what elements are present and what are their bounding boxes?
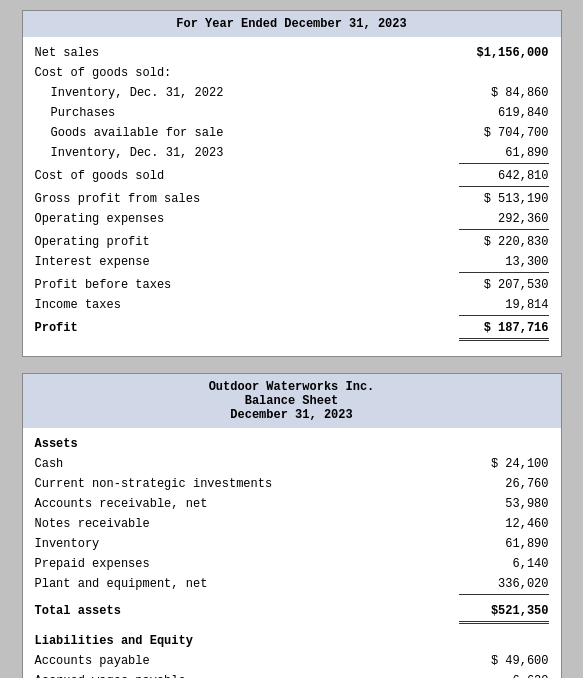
accounts-payable-label: Accounts payable — [35, 652, 459, 670]
net-sales-label: Net sales — [35, 44, 459, 62]
goods-available-row: Goods available for sale $ 704,700 — [35, 123, 549, 143]
inventory-2022-value: $ 84,860 — [459, 84, 549, 102]
plant-equipment-row: Plant and equipment, net 336,020 — [35, 574, 549, 597]
interest-expense-value: 13,300 — [459, 253, 549, 273]
inventory-2022-label: Inventory, Dec. 31, 2022 — [51, 84, 459, 102]
inventory-bs-label: Inventory — [35, 535, 459, 553]
notes-receivable-row: Notes receivable 12,460 — [35, 514, 549, 534]
accounts-receivable-label: Accounts receivable, net — [35, 495, 459, 513]
investments-row: Current non-strategic investments 26,760 — [35, 474, 549, 494]
operating-profit-row: Operating profit $ 220,830 — [35, 232, 549, 252]
income-statement-header: For Year Ended December 31, 2023 — [23, 11, 561, 37]
investments-value: 26,760 — [459, 475, 549, 493]
notes-receivable-label: Notes receivable — [35, 515, 459, 533]
profit-before-taxes-value: $ 207,530 — [459, 276, 549, 294]
net-sales-value: $1,156,000 — [459, 44, 549, 62]
notes-receivable-value: 12,460 — [459, 515, 549, 533]
assets-section-header: Assets — [35, 434, 549, 454]
gross-profit-label: Gross profit from sales — [35, 190, 459, 208]
gross-profit-value: $ 513,190 — [459, 190, 549, 208]
plant-equipment-label: Plant and equipment, net — [35, 575, 459, 596]
accounts-receivable-value: 53,980 — [459, 495, 549, 513]
operating-expenses-row: Operating expenses 292,360 — [35, 209, 549, 232]
purchases-row: Purchases 619,840 — [35, 103, 549, 123]
profit-value: $ 187,716 — [459, 319, 549, 341]
cogs-label: Cost of goods sold — [35, 167, 459, 188]
profit-row: Profit $ 187,716 — [35, 318, 549, 344]
inventory-dec31-2023-row: Inventory, Dec. 31, 2023 61,890 — [35, 143, 549, 166]
gross-profit-row: Gross profit from sales $ 513,190 — [35, 189, 549, 209]
prepaid-expenses-value: 6,140 — [459, 555, 549, 573]
total-assets-row: Total assets $521,350 — [35, 601, 549, 627]
liabilities-section-header: Liabilities and Equity — [35, 631, 549, 651]
operating-expenses-value: 292,360 — [459, 210, 549, 230]
cogs-row: Cost of goods sold 642,810 — [35, 166, 549, 189]
goods-available-label: Goods available for sale — [51, 124, 459, 142]
accounts-payable-row: Accounts payable $ 49,600 — [35, 651, 549, 671]
purchases-label: Purchases — [51, 104, 459, 122]
prepaid-expenses-row: Prepaid expenses 6,140 — [35, 554, 549, 574]
total-assets-value: $521,350 — [459, 602, 549, 624]
plant-equipment-value: 336,020 — [459, 575, 549, 595]
total-assets-label: Total assets — [35, 602, 459, 626]
profit-label: Profit — [35, 319, 459, 343]
income-statement-card: For Year Ended December 31, 2023 Net sal… — [22, 10, 562, 357]
cogs-value: 642,810 — [459, 167, 549, 187]
operating-profit-label: Operating profit — [35, 233, 459, 251]
assets-label: Assets — [35, 435, 459, 453]
accrued-wages-row: Accrued wages payable 6,620 — [35, 671, 549, 678]
accrued-wages-value: 6,620 — [459, 672, 549, 678]
balance-sheet-title1: Outdoor Waterworks Inc. — [35, 380, 549, 394]
inventory-2023-value: 61,890 — [459, 144, 549, 164]
inventory-bs-value: 61,890 — [459, 535, 549, 553]
accounts-receivable-row: Accounts receivable, net 53,980 — [35, 494, 549, 514]
investments-label: Current non-strategic investments — [35, 475, 459, 493]
income-taxes-value: 19,814 — [459, 296, 549, 316]
income-taxes-row: Income taxes 19,814 — [35, 295, 549, 318]
accounts-payable-value: $ 49,600 — [459, 652, 549, 670]
profit-before-taxes-label: Profit before taxes — [35, 276, 459, 294]
cash-value: $ 24,100 — [459, 455, 549, 473]
profit-before-taxes-row: Profit before taxes $ 207,530 — [35, 275, 549, 295]
income-statement-title: For Year Ended December 31, 2023 — [176, 17, 406, 31]
prepaid-expenses-label: Prepaid expenses — [35, 555, 459, 573]
income-taxes-label: Income taxes — [35, 296, 459, 317]
cash-row: Cash $ 24,100 — [35, 454, 549, 474]
purchases-value: 619,840 — [459, 104, 549, 122]
inventory-bs-row: Inventory 61,890 — [35, 534, 549, 554]
interest-expense-row: Interest expense 13,300 — [35, 252, 549, 275]
balance-sheet-header: Outdoor Waterworks Inc. Balance Sheet De… — [23, 374, 561, 428]
balance-sheet-card: Outdoor Waterworks Inc. Balance Sheet De… — [22, 373, 562, 678]
cogs-header-label: Cost of goods sold: — [35, 64, 459, 82]
cash-label: Cash — [35, 455, 459, 473]
inventory-2023-label: Inventory, Dec. 31, 2023 — [51, 144, 459, 165]
inventory-dec31-2022-row: Inventory, Dec. 31, 2022 $ 84,860 — [35, 83, 549, 103]
liabilities-label: Liabilities and Equity — [35, 632, 459, 650]
operating-profit-value: $ 220,830 — [459, 233, 549, 251]
accrued-wages-label: Accrued wages payable — [35, 672, 459, 678]
goods-available-value: $ 704,700 — [459, 124, 549, 142]
interest-expense-label: Interest expense — [35, 253, 459, 274]
balance-sheet-title3: December 31, 2023 — [35, 408, 549, 422]
balance-sheet-title2: Balance Sheet — [35, 394, 549, 408]
cogs-header-row: Cost of goods sold: — [35, 63, 549, 83]
operating-expenses-label: Operating expenses — [35, 210, 459, 231]
net-sales-row: Net sales $1,156,000 — [35, 43, 549, 63]
